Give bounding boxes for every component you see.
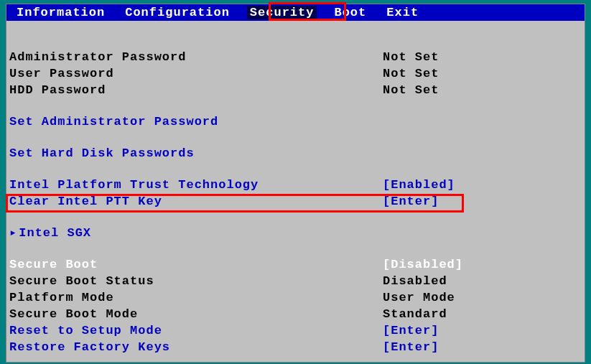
reset-setup-value: [Enter]	[383, 323, 439, 338]
user-password-label: User Password	[9, 66, 383, 81]
secure-boot-label: Secure Boot	[9, 257, 383, 272]
clear-ptt-label: Clear Intel PTT Key	[9, 194, 383, 209]
secure-boot-mode-value: Standard	[383, 307, 447, 322]
row-secure-boot-mode: Secure Boot Mode Standard	[9, 306, 582, 322]
row-secure-boot[interactable]: Secure Boot [Disabled]	[9, 256, 582, 273]
row-set-hdd-passwords[interactable]: Set Hard Disk Passwords	[9, 145, 582, 162]
restore-factory-value: [Enter]	[383, 340, 439, 355]
row-intel-sgx[interactable]: ▸Intel SGX	[9, 225, 582, 241]
menu-boot[interactable]: Boot	[331, 6, 369, 19]
platform-mode-label: Platform Mode	[9, 290, 383, 305]
row-set-admin-password[interactable]: Set Administrator Password	[9, 113, 582, 130]
menu-bar: Information Configuration Security Boot …	[6, 4, 585, 21]
secure-boot-value: [Disabled]	[383, 257, 463, 272]
row-admin-password: Administrator Password Not Set	[9, 49, 582, 65]
content-area: Administrator Password Not Set User Pass…	[6, 21, 585, 358]
set-hdd-passwords-label: Set Hard Disk Passwords	[9, 146, 383, 161]
row-restore-factory[interactable]: Restore Factory Keys [Enter]	[9, 339, 582, 355]
menu-information[interactable]: Information	[14, 6, 108, 19]
menu-configuration[interactable]: Configuration	[122, 6, 233, 19]
row-reset-setup[interactable]: Reset to Setup Mode [Enter]	[9, 322, 582, 339]
secure-boot-status-label: Secure Boot Status	[9, 274, 383, 289]
intel-ptt-value: [Enabled]	[383, 177, 455, 192]
intel-sgx-label: ▸Intel SGX	[9, 225, 383, 241]
submenu-arrow-icon: ▸	[9, 225, 17, 241]
platform-mode-value: User Mode	[383, 290, 455, 305]
hdd-password-label: HDD Password	[9, 83, 383, 98]
row-secure-boot-status: Secure Boot Status Disabled	[9, 273, 582, 289]
secure-boot-mode-label: Secure Boot Mode	[9, 307, 383, 322]
row-hdd-password: HDD Password Not Set	[9, 82, 582, 98]
row-platform-mode: Platform Mode User Mode	[9, 289, 582, 306]
user-password-value: Not Set	[383, 66, 439, 81]
admin-password-label: Administrator Password	[9, 50, 383, 65]
clear-ptt-value: [Enter]	[383, 194, 439, 209]
row-clear-ptt[interactable]: Clear Intel PTT Key [Enter]	[9, 193, 582, 210]
restore-factory-label: Restore Factory Keys	[9, 340, 383, 355]
row-intel-ptt[interactable]: Intel Platform Trust Technology [Enabled…	[9, 177, 582, 193]
bios-window: Information Configuration Security Boot …	[6, 4, 585, 363]
hdd-password-value: Not Set	[383, 83, 439, 98]
row-user-password: User Password Not Set	[9, 65, 582, 82]
menu-security[interactable]: Security	[247, 6, 317, 19]
set-admin-password-label: Set Administrator Password	[9, 114, 383, 129]
secure-boot-status-value: Disabled	[383, 274, 447, 289]
intel-ptt-label: Intel Platform Trust Technology	[9, 177, 383, 192]
reset-setup-label: Reset to Setup Mode	[9, 323, 383, 338]
menu-exit[interactable]: Exit	[383, 6, 422, 19]
admin-password-value: Not Set	[383, 50, 439, 65]
